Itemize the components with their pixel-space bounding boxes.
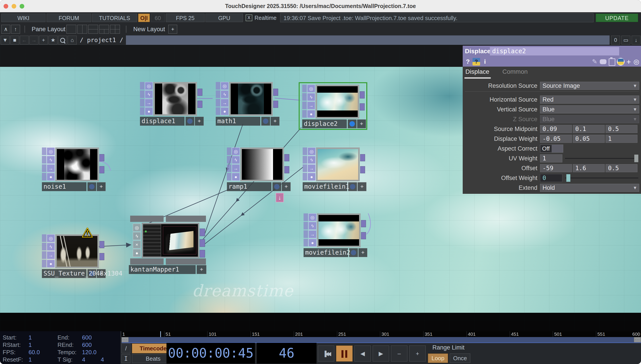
node-inputs[interactable] bbox=[304, 214, 308, 247]
viewer-icon[interactable]: ◎ bbox=[133, 224, 141, 232]
star-icon[interactable]: ✦ bbox=[357, 182, 366, 191]
bypass-icon[interactable]: ϟ bbox=[47, 243, 55, 250]
viewer-toggle[interactable] bbox=[187, 118, 193, 124]
tab-displace[interactable]: Displace bbox=[465, 66, 489, 77]
frame-display[interactable]: 46 bbox=[257, 343, 316, 364]
viewer-toggle-cell[interactable] bbox=[348, 182, 357, 191]
node-name[interactable]: displace1 bbox=[140, 117, 185, 126]
warning-icon[interactable]: ⚠ bbox=[81, 226, 94, 240]
stop-button[interactable]: ■ bbox=[10, 36, 19, 44]
star-icon[interactable]: ✦ bbox=[197, 265, 206, 274]
node-viewer[interactable] bbox=[55, 148, 99, 181]
layout-three-pane-button[interactable] bbox=[99, 25, 109, 34]
export-icon[interactable]: → bbox=[47, 251, 55, 259]
export-icon[interactable]: → bbox=[308, 164, 316, 172]
edit-pencil-icon[interactable]: ✎ bbox=[591, 57, 599, 66]
frame-ruler[interactable]: 151101151201251301351401451501551600 bbox=[122, 331, 641, 337]
range-end-grip[interactable]: ··· bbox=[634, 337, 641, 342]
node-viewer[interactable] bbox=[240, 148, 284, 181]
forum-button[interactable]: FORUM bbox=[47, 14, 91, 22]
layout-grid-button[interactable] bbox=[110, 25, 120, 34]
toggle-switch[interactable]: Off bbox=[540, 144, 563, 152]
float-pane-icon[interactable]: ↑ bbox=[11, 25, 20, 34]
node-output[interactable] bbox=[284, 166, 289, 173]
param-widget[interactable]: 0 bbox=[540, 174, 639, 182]
slider-handle[interactable] bbox=[566, 174, 570, 182]
viewer-icon[interactable]: ◎ bbox=[308, 148, 316, 155]
viewer-toggle-cell[interactable] bbox=[349, 248, 358, 257]
value-field[interactable]: 1 bbox=[605, 135, 637, 143]
pause-button[interactable] bbox=[336, 346, 353, 362]
pane-type-dropdown[interactable]: ▼ bbox=[1, 36, 10, 44]
node-noise1[interactable]: ◎ϟ→●noise1✦ bbox=[42, 148, 106, 191]
frame-decrement-button[interactable]: – bbox=[391, 346, 407, 362]
node-output[interactable] bbox=[200, 228, 205, 236]
op-name-field[interactable]: displace2 bbox=[490, 47, 619, 56]
bomb-icon[interactable]: ● bbox=[307, 110, 315, 118]
comment-bubble-icon[interactable] bbox=[599, 57, 607, 66]
node-SSU_Texture_2048x1304[interactable]: ◎ϟ→●SSU_Texture_2048x1304✦⚠ bbox=[42, 234, 106, 278]
viewer-toggle[interactable] bbox=[351, 250, 356, 255]
node-displace2[interactable]: ◎ϟ→●displace2✦ bbox=[302, 85, 366, 128]
param-widget[interactable]: -0.050.051 bbox=[540, 135, 639, 143]
oi-indicator[interactable]: O|I bbox=[138, 14, 150, 22]
play-forward-button[interactable]: ▶ bbox=[373, 346, 389, 362]
node-inputs[interactable] bbox=[227, 148, 231, 181]
fps-button[interactable]: FPS 25 bbox=[166, 14, 205, 22]
tempo-value[interactable]: 120.0 bbox=[82, 349, 97, 356]
layout-hsplit-button[interactable] bbox=[88, 25, 98, 34]
param-widget[interactable]: 0.090.10.5 bbox=[540, 125, 639, 133]
star-icon[interactable]: ✦ bbox=[357, 120, 366, 128]
window-placement-icon[interactable]: ▭ bbox=[621, 36, 630, 44]
viewer-toggle-cell[interactable] bbox=[261, 117, 270, 126]
viewer-icon[interactable]: ◎ bbox=[145, 82, 153, 90]
children-count[interactable]: 0 bbox=[611, 36, 620, 44]
node-output[interactable] bbox=[273, 89, 278, 96]
step-back-button[interactable]: ◀ bbox=[354, 346, 371, 362]
export-icon[interactable]: → bbox=[232, 164, 240, 172]
viewer-toggle-cell[interactable] bbox=[272, 182, 281, 191]
value-field[interactable]: 0.1 bbox=[573, 125, 605, 133]
node-output[interactable] bbox=[99, 253, 104, 260]
node-name[interactable]: noise1 bbox=[42, 182, 87, 191]
rstart-value[interactable]: 1 bbox=[29, 341, 32, 349]
node-name[interactable]: SSU_Texture_2048x1304 bbox=[42, 269, 87, 278]
node-viewer[interactable] bbox=[229, 82, 273, 116]
viewer-icon[interactable]: ◎ bbox=[308, 214, 316, 221]
slider-track[interactable] bbox=[565, 158, 638, 159]
param-widget[interactable]: Source Image▼ bbox=[540, 82, 639, 90]
export-icon[interactable]: → bbox=[308, 230, 316, 238]
add-layout-button[interactable]: + bbox=[168, 25, 177, 34]
bypass-icon[interactable]: ϟ bbox=[221, 90, 229, 98]
star-icon[interactable]: ✦ bbox=[97, 182, 106, 191]
resetf-value[interactable]: 1 bbox=[29, 356, 32, 363]
node-output[interactable] bbox=[99, 166, 104, 173]
python-mode-icon[interactable] bbox=[616, 57, 625, 66]
export-icon[interactable]: → bbox=[221, 99, 229, 107]
viewer-toggle[interactable] bbox=[89, 184, 95, 189]
viewer-toggle[interactable] bbox=[274, 184, 280, 189]
node-displace1[interactable]: ◎ϟ→●displace1✦ bbox=[140, 82, 204, 126]
tsig-value1[interactable]: 4 bbox=[82, 356, 85, 363]
viewer-toggle[interactable] bbox=[349, 121, 355, 126]
node-inputs[interactable] bbox=[216, 82, 220, 116]
param-widget[interactable]: -591.60.5 bbox=[540, 164, 639, 172]
target-icon[interactable]: ◎ bbox=[632, 57, 640, 66]
help-icon[interactable]: ? bbox=[464, 57, 471, 66]
node-moviefilein1[interactable]: ◎ϟ→●moviefilein1✦ bbox=[303, 148, 366, 191]
node-output[interactable] bbox=[360, 154, 365, 161]
node-output[interactable] bbox=[200, 250, 205, 258]
node-name[interactable]: ramp1 bbox=[227, 182, 271, 191]
bypass-icon[interactable]: ϟ bbox=[47, 156, 55, 164]
path-field[interactable] bbox=[126, 36, 609, 45]
collapse-down-icon[interactable]: ↓ bbox=[632, 36, 640, 44]
update-button[interactable]: UPDATE bbox=[596, 14, 638, 22]
star-icon[interactable]: ✦ bbox=[282, 182, 291, 191]
bomb-icon[interactable]: ● bbox=[47, 173, 55, 181]
viewer-toggle[interactable] bbox=[263, 118, 268, 124]
toggle-knob[interactable] bbox=[552, 145, 563, 152]
bypass-icon[interactable]: ϟ bbox=[308, 156, 316, 164]
bypass-icon[interactable]: ϟ bbox=[145, 90, 153, 98]
wiki-button[interactable]: WIKI bbox=[1, 14, 46, 22]
value-field[interactable]: 0.05 bbox=[573, 135, 605, 143]
